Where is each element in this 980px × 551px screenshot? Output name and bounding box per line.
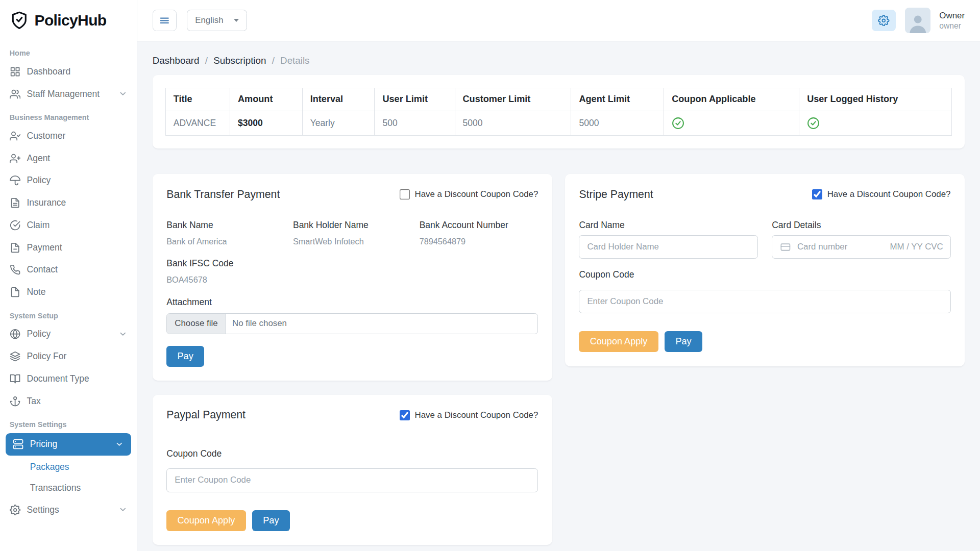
sidebar-item-contact[interactable]: Contact (0, 259, 137, 281)
sidebar-item-policy-for[interactable]: Policy For (0, 345, 137, 368)
paypal-body: Coupon Code Coupon Apply Pay (166, 448, 538, 531)
sidebar-item-pricing[interactable]: Pricing (6, 433, 131, 456)
sidebar-item-payment[interactable]: Payment (0, 236, 137, 259)
user-check-icon (10, 131, 20, 141)
page-content: Dashboard / Subscription / Details Title… (137, 41, 980, 551)
bank-coupon-check-group: Have a Discount Coupon Code? (400, 189, 538, 199)
bank-ifsc-field: Bank IFSC Code BOA45678 (166, 258, 285, 285)
stripe-coupon-checkbox[interactable] (812, 189, 822, 199)
breadcrumb-dashboard[interactable]: Dashboard (153, 55, 200, 66)
col-interval: Interval (302, 88, 375, 111)
sidebar-item-document-type[interactable]: Document Type (0, 368, 137, 390)
col-user-limit: User Limit (375, 88, 455, 111)
cell-coupon-applicable (664, 111, 799, 136)
bank-transfer-card: Bank Transfer Payment Have a Discount Co… (153, 174, 552, 381)
breadcrumb: Dashboard / Subscription / Details (153, 55, 965, 66)
gear-icon (10, 505, 20, 515)
bank-name-field: Bank Name Bank of America (166, 220, 285, 247)
card-details-label: Card Details (772, 220, 950, 231)
sidebar-item-note[interactable]: Note (0, 281, 137, 304)
breadcrumb-separator: / (272, 55, 275, 66)
bank-coupon-checkbox[interactable] (400, 189, 410, 199)
bank-coupon-label: Have a Discount Coupon Code? (415, 189, 538, 199)
paypal-coupon-check-group: Have a Discount Coupon Code? (400, 410, 538, 420)
sidebar-item-policy[interactable]: Policy (0, 169, 137, 192)
bank-name-value: Bank of America (166, 237, 227, 246)
users-icon (10, 89, 20, 99)
sidebar-item-tax[interactable]: Tax (0, 390, 137, 412)
paypal-coupon-apply-button[interactable]: Coupon Apply (166, 510, 246, 531)
card-details-group: Card Details Card number MM / YY CVC (772, 220, 950, 259)
avatar[interactable] (905, 8, 930, 33)
chevron-down-icon (115, 440, 124, 449)
file-icon (10, 242, 20, 253)
card-name-input[interactable] (579, 235, 757, 259)
check-circle-icon (672, 117, 791, 130)
sidebar-item-insurance[interactable]: Insurance (0, 192, 137, 214)
sidebar-item-policy-setup[interactable]: Policy (0, 323, 137, 345)
pricing-submenu: Packages Transactions (0, 457, 137, 498)
breadcrumb-details: Details (280, 55, 309, 66)
sidebar-item-claim[interactable]: Claim (0, 214, 137, 237)
credit-card-icon (779, 242, 792, 252)
cell-customer-limit: 5000 (455, 111, 571, 136)
gear-icon (878, 15, 890, 27)
topbar-right: Owner owner (872, 8, 965, 33)
sidebar-toggle-button[interactable] (153, 10, 177, 32)
sidebar-item-staff-management[interactable]: Staff Management (0, 83, 137, 105)
chevron-down-icon (118, 330, 128, 339)
caret-down-icon (234, 19, 239, 22)
brand-logo[interactable]: PolicyHub (0, 0, 137, 41)
book-open-icon (10, 373, 20, 384)
cell-user-limit: 500 (375, 111, 455, 136)
user-info[interactable]: Owner owner (939, 10, 965, 31)
stripe-title: Stripe Payment (579, 188, 653, 201)
stripe-card: Stripe Payment Have a Discount Coupon Co… (565, 174, 965, 366)
check-circle-icon (10, 220, 20, 231)
sidebar-item-settings[interactable]: Settings (0, 498, 137, 521)
umbrella-icon (10, 175, 20, 186)
cell-user-logged-history (799, 111, 952, 136)
anchor-icon (10, 396, 20, 407)
topbar: English Owner owner (137, 0, 980, 41)
card-number-placeholder: Card number (797, 242, 884, 252)
nav-section-home: Home (0, 41, 137, 61)
cell-title: ADVANCE (165, 111, 230, 136)
paypal-coupon-checkbox[interactable] (400, 410, 410, 420)
hamburger-icon (159, 15, 170, 27)
card-details-input[interactable]: Card number MM / YY CVC (772, 235, 950, 259)
paypal-title: Paypal Payment (166, 409, 246, 421)
nav-section-business: Business Management (0, 105, 137, 125)
check-circle-icon (807, 117, 944, 130)
card-expiry-cvc-placeholder: MM / YY CVC (890, 242, 943, 252)
paypal-pay-button[interactable]: Pay (252, 510, 290, 531)
bank-pay-button[interactable]: Pay (166, 346, 204, 367)
choose-file-button[interactable]: Choose file (167, 314, 226, 334)
attachment-group: Attachment Choose file No file chosen (166, 297, 538, 335)
server-icon (13, 439, 23, 449)
card-name-label: Card Name (579, 220, 757, 231)
bank-name-label: Bank Name (166, 220, 285, 231)
sidebar-item-agent[interactable]: Agent (0, 147, 137, 169)
sidebar-subitem-packages[interactable]: Packages (0, 457, 137, 478)
table-row: ADVANCE $3000 Yearly 500 5000 5000 (165, 111, 951, 136)
settings-button[interactable] (872, 10, 896, 32)
file-status-text: No file chosen (226, 314, 293, 334)
breadcrumb-subscription[interactable]: Subscription (213, 55, 266, 66)
sidebar-item-customer[interactable]: Customer (0, 125, 137, 147)
sidebar-item-dashboard[interactable]: Dashboard (0, 61, 137, 83)
plan-table: Title Amount Interval User Limit Custome… (165, 88, 952, 136)
globe-icon (10, 329, 20, 339)
language-dropdown[interactable]: English (187, 10, 247, 31)
stripe-coupon-code-input[interactable] (579, 290, 950, 313)
stripe-pay-button[interactable]: Pay (665, 331, 702, 352)
payments-left-column: Bank Transfer Payment Have a Discount Co… (153, 174, 552, 545)
bank-holder-field: Bank Holder Name SmartWeb Infotech (293, 220, 412, 247)
paypal-coupon-code-input[interactable] (166, 468, 538, 492)
attachment-file-input[interactable]: Choose file No file chosen (166, 313, 538, 334)
user-plus-icon (10, 153, 20, 164)
col-coupon-applicable: Coupon Applicable (664, 88, 799, 111)
sidebar-subitem-transactions[interactable]: Transactions (0, 478, 137, 498)
stripe-coupon-apply-button[interactable]: Coupon Apply (579, 331, 658, 352)
payments-grid: Bank Transfer Payment Have a Discount Co… (153, 174, 965, 545)
